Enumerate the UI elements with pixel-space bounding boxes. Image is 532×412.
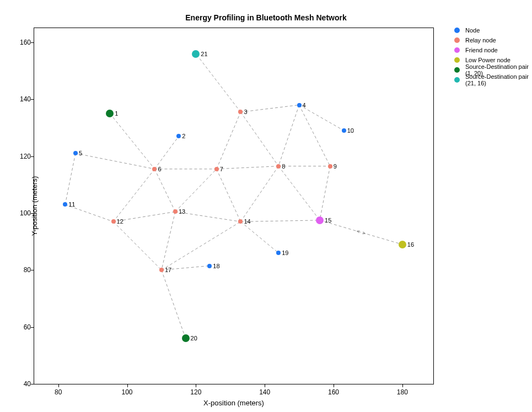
y-tick <box>31 156 34 157</box>
svg-line-7 <box>154 169 175 212</box>
x-axis-label: X-position (meters) <box>34 399 433 407</box>
mesh-node-1 <box>106 110 114 117</box>
mesh-node-21 <box>192 50 200 58</box>
y-tick-label: 160 <box>15 39 31 46</box>
x-tick <box>334 384 334 387</box>
svg-line-22 <box>278 105 299 166</box>
svg-line-23 <box>299 105 330 166</box>
svg-line-2 <box>65 153 76 204</box>
y-axis-label: Y-position (meters) <box>30 176 39 236</box>
mesh-node-label: 13 <box>179 208 185 215</box>
legend-item: Node <box>454 25 532 35</box>
x-tick-label: 160 <box>328 388 339 396</box>
legend-swatch <box>454 57 460 63</box>
mesh-node-label: 11 <box>68 201 75 208</box>
legend-swatch <box>454 47 460 53</box>
legend-label: Node <box>465 27 480 34</box>
mesh-node-label: 3 <box>244 109 247 115</box>
mesh-node-label: 15 <box>325 217 331 224</box>
svg-line-30 <box>240 221 278 253</box>
mesh-node-label: 8 <box>282 163 285 170</box>
mesh-node-label: 6 <box>158 166 161 172</box>
svg-line-1 <box>76 153 155 169</box>
mesh-node-label: 10 <box>347 127 354 134</box>
mesh-node-label: 5 <box>79 150 82 156</box>
legend-item: Friend node <box>454 45 532 55</box>
mesh-node-16 <box>399 241 406 248</box>
mesh-node-11 <box>63 202 67 207</box>
x-tick-label: 120 <box>190 388 201 396</box>
svg-line-29 <box>240 220 320 222</box>
svg-line-12 <box>162 212 175 270</box>
svg-line-24 <box>299 105 344 131</box>
mesh-node-8 <box>276 164 281 169</box>
mesh-node-5 <box>73 151 78 155</box>
x-tick-label: 180 <box>397 388 408 396</box>
y-tick <box>31 327 34 328</box>
y-tick-label: 140 <box>15 95 31 103</box>
legend-item: Source-Destination pair (21, 16) <box>454 75 532 85</box>
svg-line-21 <box>240 112 278 166</box>
y-tick-label: 40 <box>15 380 31 388</box>
mesh-node-9 <box>328 164 332 169</box>
mesh-node-label: 18 <box>213 263 219 269</box>
x-tick <box>265 384 265 387</box>
plot-area: X-position (meters) Y-position (meters) … <box>34 28 434 384</box>
svg-line-16 <box>217 112 241 169</box>
svg-line-18 <box>217 169 241 222</box>
legend-label: Relay node <box>465 37 496 44</box>
x-tick <box>402 384 403 387</box>
svg-line-5 <box>154 136 179 169</box>
mesh-node-label: 16 <box>407 241 414 248</box>
mesh-node-6 <box>152 167 157 171</box>
mesh-node-17 <box>159 268 164 272</box>
mesh-node-label: 12 <box>117 218 123 225</box>
svg-line-26 <box>240 166 278 222</box>
mesh-node-label: 1 <box>115 110 118 117</box>
mesh-node-label: 14 <box>244 218 250 225</box>
y-tick <box>31 270 34 270</box>
legend-label: Friend node <box>465 47 498 53</box>
edges-layer <box>34 28 433 384</box>
mesh-node-4 <box>297 103 302 107</box>
y-tick <box>31 384 34 384</box>
svg-line-10 <box>175 169 217 212</box>
mesh-node-19 <box>276 251 281 255</box>
svg-line-28 <box>320 166 330 220</box>
x-tick-label: 100 <box>122 388 133 396</box>
mesh-node-13 <box>173 209 178 214</box>
svg-line-17 <box>217 166 278 169</box>
svg-line-15 <box>162 270 186 338</box>
svg-line-31 <box>320 220 402 245</box>
svg-line-19 <box>196 54 240 112</box>
mesh-node-7 <box>214 167 219 171</box>
mesh-node-12 <box>111 219 116 224</box>
svg-line-20 <box>240 105 299 112</box>
mesh-node-15 <box>316 216 324 224</box>
mesh-node-3 <box>238 110 243 114</box>
x-tick <box>196 384 196 387</box>
y-tick <box>31 213 34 214</box>
mesh-node-10 <box>342 128 346 133</box>
y-tick-label: 80 <box>15 266 31 274</box>
mesh-node-label: 7 <box>220 166 223 172</box>
mesh-node-label: 17 <box>165 267 171 273</box>
legend: NodeRelay nodeFriend nodeLow Power nodeS… <box>454 25 532 85</box>
legend-label: Source-Destination pair (21, 16) <box>465 73 532 86</box>
mesh-node-2 <box>176 134 181 138</box>
svg-line-27 <box>278 166 320 220</box>
y-tick-label: 60 <box>15 323 31 331</box>
mesh-node-label: 9 <box>334 163 337 170</box>
mesh-node-label: 21 <box>201 51 207 57</box>
legend-item: Relay node <box>454 35 532 45</box>
figure: Energy Profiling in Bluetooth Mesh Netwo… <box>0 0 532 412</box>
mesh-node-label: 2 <box>182 133 185 139</box>
y-tick <box>31 99 34 100</box>
svg-line-9 <box>114 221 162 270</box>
x-tick <box>58 384 59 387</box>
svg-line-0 <box>110 113 154 169</box>
legend-swatch <box>454 77 460 83</box>
mesh-node-14 <box>238 219 243 224</box>
legend-label: Low Power node <box>465 57 510 63</box>
x-tick <box>127 384 128 387</box>
